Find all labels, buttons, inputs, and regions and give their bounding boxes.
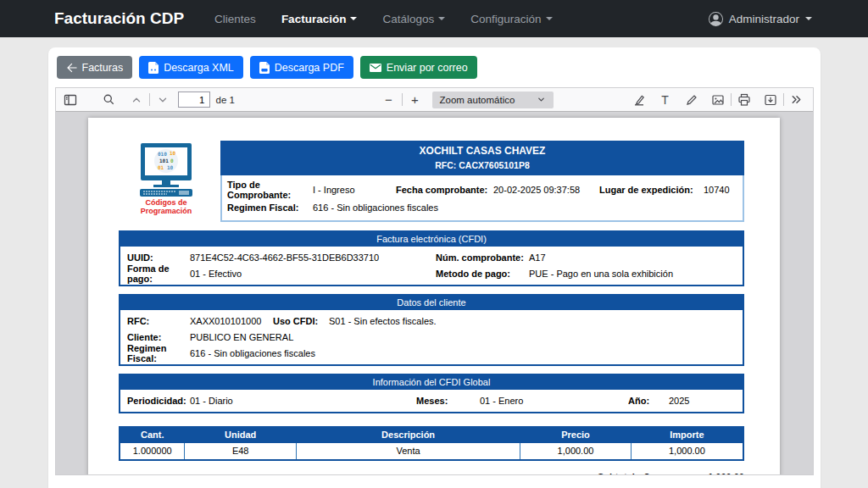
items-header-row: Cant. Unidad Descripción Precio Importe [120, 427, 743, 443]
toolbar-divider [731, 93, 732, 106]
page-number-input[interactable] [178, 92, 210, 108]
main-nav: Clientes Facturación Catálogos Configura… [214, 13, 552, 25]
meses-label: Meses: [416, 396, 480, 406]
global-cfdi-section: Información del CFDI Global Periodicidad… [119, 374, 744, 413]
download-pdf-label: Descarga PDF [275, 62, 344, 74]
items-col-header: Importe [631, 427, 743, 443]
svg-text:10: 10 [167, 164, 174, 170]
download-pdf-button[interactable]: Descarga PDF [250, 56, 353, 79]
lugar-expedicion-value: 10740 [704, 185, 730, 195]
next-page-icon[interactable] [153, 90, 173, 110]
invoice-header: 010 10 101 0 01 10 [119, 141, 744, 222]
zoom-controls: − + Zoom automático [379, 90, 554, 110]
items-col-header: Cant. [120, 427, 185, 443]
user-menu-label: Administrador [729, 13, 799, 25]
back-button-label: Facturas [82, 62, 124, 74]
nav-configuracion-label: Configuración [470, 13, 541, 25]
image-tool-icon[interactable] [708, 90, 728, 110]
text-tool-icon[interactable]: T [655, 90, 676, 110]
global-section-title: Información del CFDI Global [120, 375, 743, 390]
company-logo: 010 10 101 0 01 10 [119, 141, 214, 222]
send-email-button[interactable]: Enviar por correo [360, 56, 477, 79]
arrow-left-icon [66, 63, 77, 73]
periodicidad-label: Periodicidad: [127, 396, 190, 406]
client-regimen-value: 616 - Sin obligaciones fiscales [190, 348, 315, 358]
svg-text:01: 01 [158, 164, 164, 170]
previous-page-icon[interactable] [126, 90, 147, 110]
content-card: Facturas Descarga XML Descarga PDF Envia… [48, 47, 821, 488]
items-col-header: Unidad [185, 427, 297, 443]
pdf-canvas-area[interactable]: 010 10 101 0 01 10 [56, 112, 813, 474]
nav-clientes-label: Clientes [214, 13, 256, 25]
nav-catalogos[interactable]: Catálogos [382, 13, 445, 25]
file-pdf-icon [259, 62, 270, 74]
client-rfc-label: RFC: [127, 316, 190, 326]
toolbar-divider [149, 93, 150, 106]
num-comprobante-label: Núm. comprobante: [436, 252, 529, 263]
nav-clientes[interactable]: Clientes [214, 13, 256, 25]
subtotal-row: Subtotal $ 1,000.00 [119, 469, 744, 474]
back-to-facturas-button[interactable]: Facturas [57, 56, 133, 79]
items-col-header: Precio [520, 427, 632, 443]
toolbar-divider [783, 93, 784, 106]
print-icon[interactable] [734, 90, 754, 110]
user-menu[interactable]: Administrador [709, 12, 812, 26]
nav-catalogos-label: Catálogos [382, 13, 434, 25]
chevron-down-icon [537, 95, 546, 104]
app-brand[interactable]: Facturación CDP [54, 9, 184, 28]
issuer-banner: XOCHILT CASAS CHAVEZ RFC: CACX7605101P8 [220, 141, 744, 175]
issuer-info: Tipo de Comprobante: I - Ingreso Fecha c… [220, 175, 744, 222]
logo-caption: Códigos de Programación [119, 199, 214, 216]
uso-cfdi-label: Uso CFDI: [273, 316, 329, 326]
forma-pago-label: Forma de pago: [127, 263, 190, 284]
issuer-rfc: RFC: CACX7605101P8 [220, 160, 744, 170]
client-section: Datos del cliente RFC: XAXX010101000 Uso… [119, 294, 744, 366]
chevron-down-icon [805, 17, 812, 24]
lugar-expedicion-label: Lugar de expedición: [599, 185, 704, 195]
regimen-fiscal-value: 616 - Sin obligaciones fiscales [313, 202, 438, 213]
zoom-out-icon[interactable]: − [379, 90, 399, 110]
save-download-icon[interactable] [760, 90, 781, 110]
invoice-page: 010 10 101 0 01 10 [88, 118, 780, 474]
chevron-down-icon [438, 17, 445, 24]
issuer-name: XOCHILT CASAS CHAVEZ [220, 145, 744, 157]
subtotal-amount: 1,000.00 [649, 472, 744, 475]
zoom-mode-select[interactable]: Zoom automático [432, 92, 554, 108]
zoom-in-icon[interactable]: + [405, 90, 426, 110]
nav-facturacion[interactable]: Facturación [281, 13, 358, 25]
item-cell-unidad: E48 [185, 443, 297, 461]
anio-label: Año: [628, 396, 669, 406]
download-xml-button[interactable]: Descarga XML [139, 56, 243, 79]
invoice-action-bar: Facturas Descarga XML Descarga PDF Envia… [57, 56, 814, 79]
fecha-comprobante-value: 20-02-2025 09:37:58 [493, 185, 599, 195]
tipo-comprobante-label: Tipo de Comprobante: [227, 180, 313, 200]
client-rfc-value: XAXX010101000 [190, 316, 273, 326]
cfdi-section-title: Factura electrónica (CFDI) [120, 232, 743, 247]
envelope-icon [370, 64, 381, 72]
item-cell-descripcion: Venta [297, 443, 520, 461]
send-email-label: Enviar por correo [387, 62, 468, 74]
toolbar-divider [402, 93, 403, 106]
person-circle-icon [709, 12, 723, 26]
sidebar-toggle-icon[interactable] [60, 90, 81, 110]
page-count-label: de 1 [216, 95, 235, 105]
anio-value: 2025 [669, 396, 689, 406]
items-col-header: Descripción [297, 427, 520, 443]
client-section-title: Datos del cliente [120, 296, 743, 310]
pdf-toolbar: de 1 − + Zoom automático [56, 88, 813, 112]
chevron-down-icon [350, 17, 357, 24]
zoom-mode-label: Zoom automático [440, 95, 515, 105]
search-icon[interactable] [99, 90, 120, 110]
pdf-viewer: de 1 − + Zoom automático [55, 87, 814, 475]
nav-configuracion[interactable]: Configuración [470, 13, 552, 25]
fecha-comprobante-label: Fecha comprobante: [396, 185, 493, 195]
more-tools-icon[interactable] [787, 90, 807, 110]
tipo-comprobante-value: I - Ingreso [313, 185, 396, 195]
draw-tool-icon[interactable] [682, 90, 702, 110]
client-name-label: Cliente: [127, 332, 190, 342]
uuid-label: UUID: [127, 252, 190, 263]
forma-pago-value: 01 - Efectivo [190, 269, 436, 279]
highlight-tool-icon[interactable] [629, 90, 649, 110]
items-table: Cant. Unidad Descripción Precio Importe … [119, 426, 744, 461]
cfdi-section: Factura electrónica (CFDI) UUID: 871E4C5… [119, 230, 744, 286]
